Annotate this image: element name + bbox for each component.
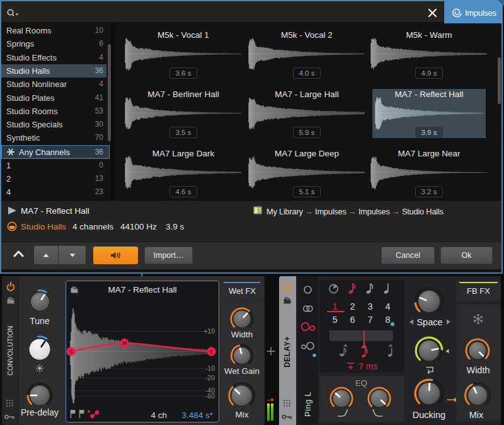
svg-text:S: S xyxy=(69,349,73,355)
svg-text:E: E xyxy=(210,349,214,355)
svg-text:M: M xyxy=(122,340,127,346)
